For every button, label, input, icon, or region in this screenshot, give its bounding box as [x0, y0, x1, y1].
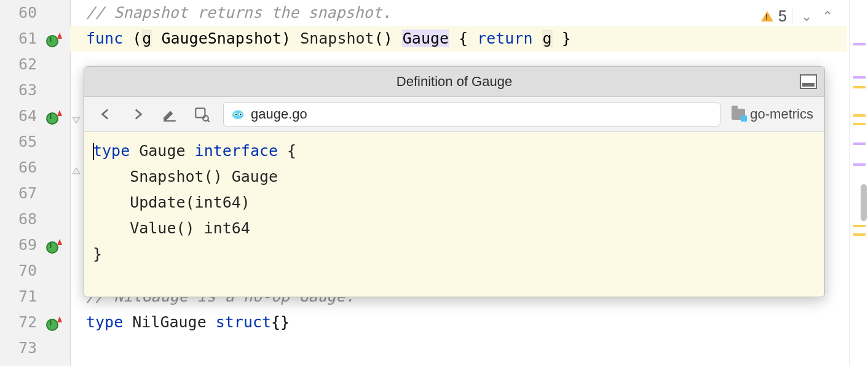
svg-point-9 — [235, 114, 237, 115]
module-label[interactable]: go-metrics — [732, 106, 813, 122]
line-number[interactable]: 69 — [0, 232, 39, 258]
code-editor: 6061626364656667686970717273 // Snapshot… — [0, 0, 868, 366]
popup-toolbar: gauge.go go-metrics — [84, 97, 824, 132]
stripe-mark[interactable] — [853, 114, 866, 117]
go-file-icon — [231, 107, 245, 121]
next-highlight-button[interactable]: ⌄ — [797, 8, 813, 24]
popup-titlebar[interactable]: Definition of Gauge — [84, 67, 824, 97]
line-number[interactable]: 62 — [0, 52, 39, 77]
edit-source-button[interactable] — [159, 104, 180, 125]
line-number[interactable]: 64 — [0, 103, 39, 129]
implements-gutter-icon[interactable] — [46, 33, 58, 45]
line-number[interactable]: 66 — [0, 155, 39, 181]
line-number[interactable]: 70 — [0, 258, 39, 284]
popup-code[interactable]: type Gauge interface { Snapshot() Gauge … — [84, 132, 824, 273]
show-usages-button[interactable] — [191, 104, 212, 125]
stripe-mark[interactable] — [853, 43, 866, 45]
error-stripe[interactable] — [849, 0, 868, 366]
line-number[interactable]: 72 — [0, 310, 39, 335]
scrollbar-thumb[interactable] — [861, 184, 867, 221]
svg-point-4 — [203, 115, 208, 121]
folder-icon — [732, 109, 745, 120]
divider — [792, 9, 792, 23]
warning-count: 5 — [778, 7, 787, 25]
stripe-mark[interactable] — [853, 233, 866, 236]
symbol-gauge[interactable]: Gauge — [402, 29, 449, 47]
line-number[interactable]: 73 — [0, 335, 39, 361]
stripe-mark[interactable] — [853, 163, 866, 166]
stripe-mark[interactable] — [853, 225, 866, 227]
implements-gutter-icon[interactable] — [46, 317, 58, 329]
line-number[interactable]: 67 — [0, 181, 39, 206]
line-number[interactable]: 71 — [0, 284, 39, 310]
line-number[interactable]: 63 — [0, 77, 39, 103]
line-number[interactable]: 61 — [0, 26, 39, 52]
stripe-mark[interactable] — [853, 123, 866, 125]
gutter[interactable]: 6061626364656667686970717273 — [0, 0, 71, 366]
comment: // Snapshot returns the snapshot. — [86, 4, 392, 21]
prev-highlight-button[interactable]: ⌃ — [818, 8, 834, 24]
svg-line-5 — [208, 120, 210, 122]
code-line[interactable]: type NilGauge struct{} — [70, 310, 847, 335]
file-name: gauge.go — [251, 106, 307, 122]
stripe-mark[interactable] — [853, 76, 866, 79]
code-line[interactable]: func (g GaugeSnapshot) Snapshot() Gauge … — [70, 26, 847, 52]
nav-forward-button[interactable] — [127, 104, 148, 125]
svg-point-10 — [240, 114, 241, 115]
line-number[interactable]: 60 — [0, 0, 39, 26]
stripe-mark[interactable] — [853, 86, 866, 88]
svg-point-6 — [232, 111, 243, 120]
line-number[interactable]: 65 — [0, 129, 39, 155]
code-line[interactable]: // Snapshot returns the snapshot. — [70, 0, 847, 26]
popup-title-text: Definition of Gauge — [397, 74, 512, 90]
quick-definition-popup: Definition of Gauge gauge.go go-metr — [84, 66, 825, 297]
svg-rect-2 — [164, 120, 176, 122]
inspection-widget[interactable]: 5 ⌄ ⌃ — [761, 6, 834, 26]
module-name: go-metrics — [750, 106, 813, 122]
stripe-mark[interactable] — [853, 142, 866, 145]
open-in-editor-icon[interactable] — [800, 74, 817, 89]
implements-gutter-icon[interactable] — [46, 111, 58, 123]
warning-icon — [761, 11, 773, 21]
implements-gutter-icon[interactable] — [46, 239, 58, 252]
nav-back-button[interactable] — [95, 104, 116, 125]
file-breadcrumb[interactable]: gauge.go — [223, 102, 720, 127]
line-number[interactable]: 68 — [0, 206, 39, 232]
